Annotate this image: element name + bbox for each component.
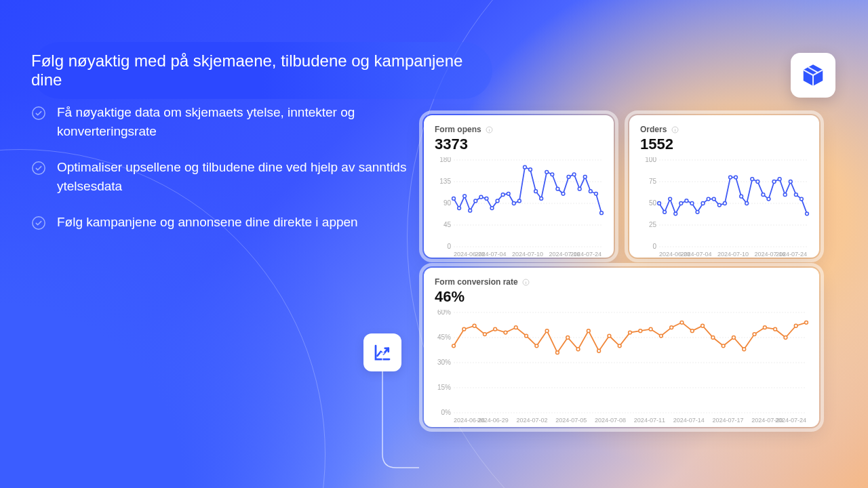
svg-point-36: [534, 190, 538, 193]
svg-point-25: [474, 199, 477, 203]
svg-point-89: [783, 193, 787, 197]
svg-point-132: [618, 344, 621, 348]
feature-bullet: Få nøyaktige data om skjemaets ytelse, i…: [31, 103, 411, 140]
info-icon[interactable]: i: [486, 125, 494, 134]
svg-point-145: [753, 333, 756, 336]
svg-point-117: [462, 327, 466, 331]
svg-point-30: [501, 193, 505, 197]
svg-point-130: [597, 349, 601, 352]
svg-text:135: 135: [439, 178, 451, 185]
svg-text:50: 50: [649, 199, 657, 207]
svg-text:0: 0: [652, 243, 656, 250]
svg-point-134: [639, 329, 642, 333]
feature-bullet-list: Få nøyaktige data om skjemaets ytelse, i…: [31, 103, 411, 249]
svg-point-74: [701, 202, 705, 205]
feature-bullet: Optimaliser upsellene og tilbudene dine …: [31, 158, 411, 195]
trend-chart-icon: [363, 333, 401, 371]
svg-point-136: [659, 334, 663, 338]
svg-point-137: [670, 326, 673, 329]
svg-point-125: [545, 329, 549, 333]
svg-point-34: [524, 165, 527, 169]
svg-point-40: [556, 187, 559, 190]
svg-point-46: [589, 190, 592, 193]
svg-point-116: [452, 344, 456, 348]
svg-text:2024-07-10: 2024-07-10: [512, 251, 543, 258]
svg-point-84: [756, 180, 760, 184]
svg-point-131: [608, 334, 611, 338]
svg-text:0: 0: [447, 243, 451, 250]
svg-text:45%: 45%: [437, 333, 451, 341]
svg-point-148: [784, 336, 787, 340]
svg-text:i: i: [526, 279, 527, 284]
svg-point-48: [600, 211, 604, 215]
svg-point-87: [772, 180, 776, 184]
card-value: 46%: [435, 288, 808, 306]
svg-point-88: [778, 178, 781, 181]
svg-point-21: [452, 197, 456, 200]
svg-point-66: [658, 202, 661, 205]
svg-point-83: [751, 178, 754, 181]
svg-text:2024-07-11: 2024-07-11: [634, 417, 665, 424]
svg-point-41: [561, 192, 565, 195]
info-icon[interactable]: i: [671, 125, 679, 134]
svg-point-119: [483, 333, 486, 336]
svg-point-82: [745, 202, 749, 205]
svg-point-85: [762, 193, 765, 197]
svg-point-124: [535, 344, 538, 348]
svg-point-123: [525, 334, 528, 338]
svg-point-31: [507, 192, 510, 195]
svg-text:2024-07-04: 2024-07-04: [475, 251, 506, 258]
svg-text:60%: 60%: [437, 310, 451, 316]
svg-point-24: [469, 209, 472, 212]
svg-point-91: [794, 193, 797, 197]
svg-point-78: [723, 202, 726, 205]
svg-point-139: [690, 329, 694, 333]
feature-bullet: Følg kampanjene og annonsene dine direkt…: [31, 213, 411, 232]
svg-point-70: [679, 202, 683, 205]
svg-point-44: [578, 187, 581, 190]
card-title: Orders: [640, 125, 667, 134]
feature-bullet-text: Få nøyaktige data om skjemaets ytelse, i…: [57, 103, 411, 140]
svg-point-81: [740, 195, 743, 198]
svg-point-39: [551, 173, 554, 176]
svg-text:100: 100: [645, 157, 656, 163]
check-circle-icon: [31, 106, 46, 121]
svg-point-122: [514, 326, 517, 329]
svg-point-2: [33, 217, 45, 229]
check-circle-icon: [31, 161, 46, 176]
svg-text:75: 75: [649, 178, 657, 185]
svg-point-86: [767, 197, 770, 201]
svg-point-141: [711, 336, 715, 340]
svg-point-45: [583, 175, 587, 178]
svg-point-146: [763, 326, 766, 329]
svg-point-135: [649, 327, 652, 331]
conversion-rate-card: Form conversion rate i 46% 0%15%30%45%60…: [424, 268, 819, 427]
svg-point-1: [33, 162, 45, 174]
svg-point-38: [545, 170, 549, 174]
feature-bullet-text: Optimaliser upsellene og tilbudene dine …: [57, 158, 411, 195]
svg-point-138: [680, 321, 684, 324]
svg-point-149: [794, 324, 797, 327]
svg-point-150: [805, 321, 808, 324]
svg-text:25: 25: [649, 221, 657, 228]
svg-point-26: [479, 195, 483, 199]
info-icon[interactable]: i: [522, 278, 530, 286]
feature-bullet-text: Følg kampanjene og annonsene dine direkt…: [57, 213, 358, 232]
svg-point-77: [717, 203, 721, 207]
svg-text:2024-07-24: 2024-07-24: [776, 251, 807, 258]
orders-card: Orders i 1552 02550751002024-06-282024-0…: [629, 115, 819, 258]
svg-point-126: [556, 351, 559, 354]
svg-point-142: [722, 344, 725, 348]
svg-text:2024-07-02: 2024-07-02: [517, 417, 548, 424]
page-title: Følg nøyaktig med på skjemaene, tilbuden…: [31, 42, 492, 99]
svg-text:2024-07-04: 2024-07-04: [680, 251, 711, 258]
svg-text:2024-07-24: 2024-07-24: [570, 251, 601, 258]
svg-point-140: [701, 324, 705, 327]
package-icon: [791, 53, 835, 98]
card-value: 3373: [435, 136, 603, 153]
svg-point-118: [473, 324, 476, 327]
form-opens-line-chart: 045901351802024-06-282024-07-042024-07-1…: [435, 157, 604, 259]
svg-point-28: [490, 207, 494, 210]
svg-point-80: [734, 176, 738, 179]
svg-point-29: [496, 199, 499, 203]
